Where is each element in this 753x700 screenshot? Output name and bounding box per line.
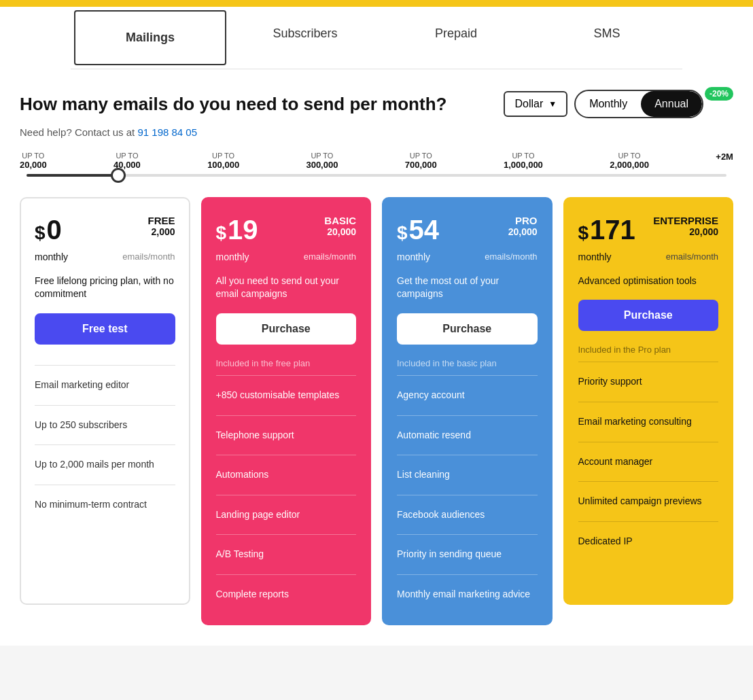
feature-enterprise-3: Unlimited campaign previews bbox=[578, 489, 719, 514]
plan-header-pro: $ 54 PRO 20,000 bbox=[397, 215, 538, 249]
slider-label-2: UP TO 100,000 bbox=[207, 152, 239, 170]
feature-pro-2: List cleaning bbox=[397, 462, 538, 488]
plan-info-basic: BASIC 20,000 bbox=[324, 215, 356, 237]
plan-header-basic: $ 19 BASIC 20,000 bbox=[216, 215, 357, 249]
plan-header-free: $ 0 FREE 2,000 bbox=[35, 215, 175, 249]
discount-badge: -20% bbox=[705, 87, 733, 101]
feature-basic-5: Complete reports bbox=[216, 582, 357, 608]
feature-basic-2: Automations bbox=[216, 462, 357, 488]
feature-pro-4: Priority in sending queue bbox=[397, 542, 538, 567]
price-row-basic: $ 19 bbox=[216, 215, 258, 249]
tab-subscribers[interactable]: Subscribers bbox=[230, 7, 381, 69]
plan-card-pro: $ 54 PRO 20,000 monthly emails/month Get… bbox=[382, 197, 553, 625]
feature-free-2: Up to 2,000 mails per month bbox=[35, 452, 175, 478]
slider-section: UP TO 20,000 UP TO 40,000 UP TO 100,000 … bbox=[20, 152, 733, 177]
plan-tagline-basic: All you need to send out your email camp… bbox=[216, 275, 357, 301]
price-row-enterprise: $ 171 bbox=[578, 215, 635, 249]
features-label-enterprise: Included in the Pro plan bbox=[578, 345, 719, 355]
tab-mailings[interactable]: Mailings bbox=[74, 10, 226, 65]
slider-track bbox=[27, 174, 726, 177]
controls-right: Dollar ▼ Monthly Annual -20% bbox=[504, 90, 733, 118]
annual-toggle[interactable]: Annual bbox=[641, 91, 702, 117]
plan-card-free: $ 0 FREE 2,000 monthly emails/month Free… bbox=[20, 197, 190, 605]
feature-pro-0: Agency account bbox=[397, 383, 538, 408]
slider-fill bbox=[27, 174, 124, 177]
monthly-toggle[interactable]: Monthly bbox=[576, 91, 641, 117]
slider-label-4: UP TO 700,000 bbox=[405, 152, 437, 170]
slider-thumb[interactable] bbox=[111, 168, 126, 183]
feature-free-1: Up to 250 subscribers bbox=[35, 413, 175, 438]
plan-period-row-pro: monthly emails/month bbox=[397, 251, 538, 264]
purchase-button-enterprise[interactable]: Purchase bbox=[578, 300, 719, 331]
plan-header-enterprise: $ 171 ENTERPRISE 20,000 bbox=[578, 215, 719, 249]
slider-wrapper bbox=[20, 174, 733, 177]
feature-enterprise-4: Dedicated IP bbox=[578, 529, 719, 555]
plan-period-row-free: monthly emails/month bbox=[35, 251, 175, 264]
plan-info-free: FREE 2,000 bbox=[147, 215, 175, 237]
slider-labels: UP TO 20,000 UP TO 40,000 UP TO 100,000 … bbox=[20, 152, 733, 170]
tab-sms[interactable]: SMS bbox=[531, 7, 682, 69]
currency-selector[interactable]: Dollar ▼ bbox=[504, 91, 567, 117]
feature-enterprise-1: Email marketing consulting bbox=[578, 409, 719, 435]
feature-enterprise-2: Account manager bbox=[578, 449, 719, 475]
features-label-basic: Included in the free plan bbox=[216, 358, 357, 368]
slider-label-3: UP TO 300,000 bbox=[306, 152, 338, 170]
help-text: Need help? Contact us at 91 198 84 05 bbox=[20, 126, 733, 138]
slider-label-7: +2M bbox=[716, 152, 733, 170]
feature-pro-3: Facebook audiences bbox=[397, 502, 538, 528]
slider-label-1: UP TO 40,000 bbox=[113, 152, 141, 170]
feature-enterprise-0: Priority support bbox=[578, 369, 719, 395]
purchase-button-pro[interactable]: Purchase bbox=[397, 313, 538, 345]
plan-info-enterprise: ENTERPRISE 20,000 bbox=[653, 215, 718, 237]
slider-label-5: UP TO 1,000,000 bbox=[504, 152, 543, 170]
slider-label-0: UP TO 20,000 bbox=[20, 152, 47, 170]
feature-basic-3: Landing page editor bbox=[216, 502, 357, 528]
plan-period-row-enterprise: monthly emails/month bbox=[578, 251, 719, 264]
top-bar bbox=[0, 0, 753, 7]
price-row-free: $ 0 bbox=[35, 215, 62, 249]
price-row-pro: $ 54 bbox=[397, 215, 439, 249]
billing-toggle: Monthly Annual bbox=[574, 90, 703, 118]
feature-basic-0: +850 customisable templates bbox=[216, 383, 357, 408]
question-text: How many emails do you need to send per … bbox=[20, 94, 446, 115]
tab-prepaid[interactable]: Prepaid bbox=[381, 7, 531, 69]
plan-card-basic: $ 19 BASIC 20,000 monthly emails/month A… bbox=[201, 197, 372, 625]
feature-free-3: No minimum-term contract bbox=[35, 492, 175, 518]
feature-free-0: Email marketing editor bbox=[35, 372, 175, 398]
chevron-down-icon: ▼ bbox=[548, 99, 557, 109]
help-phone-link[interactable]: 91 198 84 05 bbox=[137, 126, 197, 138]
plans-grid: $ 0 FREE 2,000 monthly emails/month Free… bbox=[20, 197, 733, 625]
plan-period-row-basic: monthly emails/month bbox=[216, 251, 357, 264]
plan-tagline-pro: Get the most out of your campaigns bbox=[397, 275, 538, 301]
plan-info-pro: PRO 20,000 bbox=[508, 215, 538, 237]
plan-tagline-enterprise: Advanced optimisation tools bbox=[578, 275, 719, 288]
plan-card-enterprise: $ 171 ENTERPRISE 20,000 monthly emails/m… bbox=[563, 197, 734, 605]
nav-tabs: Mailings Subscribers Prepaid SMS bbox=[71, 7, 682, 69]
question-row: How many emails do you need to send per … bbox=[20, 90, 733, 118]
feature-pro-5: Monthly email marketing advice bbox=[397, 582, 538, 608]
purchase-button-basic[interactable]: Purchase bbox=[216, 313, 357, 345]
free-test-button[interactable]: Free test bbox=[35, 313, 175, 345]
feature-basic-1: Telephone support bbox=[216, 423, 357, 449]
feature-basic-4: A/B Testing bbox=[216, 542, 357, 567]
slider-label-6: UP TO 2,000,000 bbox=[610, 152, 649, 170]
features-label-pro: Included in the basic plan bbox=[397, 358, 538, 368]
plan-tagline-free: Free lifelong pricing plan, with no comm… bbox=[35, 275, 175, 301]
feature-pro-1: Automatic resend bbox=[397, 423, 538, 449]
